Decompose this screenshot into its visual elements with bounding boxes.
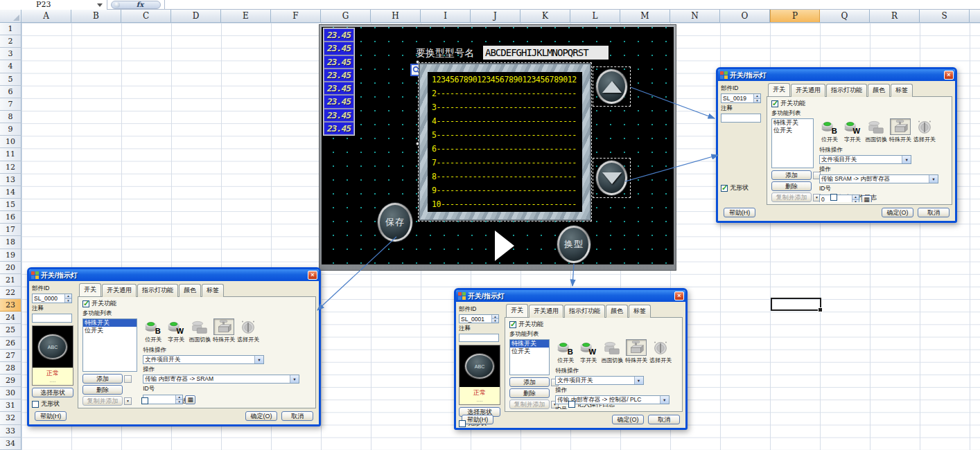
special-operation-select[interactable]: 文件项目开关 ▼ [555, 376, 643, 385]
cancel-button[interactable]: 取消 [918, 208, 950, 217]
tab-label[interactable]: 标签 [891, 84, 913, 97]
copy-add-dropdown-icon[interactable]: ▼ [124, 397, 132, 405]
dropdown-arrow-icon[interactable]: ▼ [902, 156, 911, 163]
part-id-spinner[interactable]: SL_0019 ▲▼ [721, 93, 761, 103]
cancel-button[interactable]: 取消 [281, 411, 313, 421]
add-button[interactable]: 添加 [771, 170, 812, 180]
device-browse-button[interactable]: ▦ [861, 195, 872, 203]
switch-function-checkbox[interactable] [82, 300, 89, 307]
screen-switch-icon[interactable]: 画面切换 [865, 118, 887, 143]
close-icon[interactable]: × [674, 291, 684, 300]
tab-color[interactable]: 颜色 [606, 305, 628, 318]
function-list-item-1[interactable]: 位开关 [772, 127, 813, 134]
operation-log-checkbox[interactable] [830, 194, 837, 201]
select-shape-button[interactable]: 选择形状 [32, 388, 73, 397]
copy-add-button[interactable]: 复制并添加 [82, 396, 123, 406]
spinner-arrows-icon[interactable]: ▲▼ [491, 315, 498, 323]
tab-label[interactable]: 标签 [202, 284, 224, 297]
operation-log-checkbox[interactable] [568, 401, 575, 408]
close-icon[interactable]: × [944, 71, 954, 80]
cancel-button[interactable]: 取消 [648, 415, 680, 424]
close-icon[interactable]: × [308, 271, 317, 280]
tab-switch-common[interactable]: 开关通用 [529, 305, 563, 318]
part-id-spinner[interactable]: SL_0000 ▲▼ [32, 294, 72, 303]
spinner-arrows-icon[interactable]: ▲▼ [175, 395, 182, 404]
help-button[interactable]: 帮助(H) [462, 415, 493, 424]
dialog-titlebar[interactable]: 开关/指示灯 × [718, 69, 955, 81]
copy-add-button[interactable]: 复制并添加 [509, 399, 550, 409]
delete-button[interactable]: 删除 [82, 385, 123, 395]
switch-function-checkbox[interactable] [771, 100, 778, 107]
tab-label[interactable]: 标签 [629, 305, 651, 318]
function-list[interactable]: 特殊开关 位开关 [771, 118, 814, 168]
dialog-titlebar[interactable]: 开关/指示灯 × [456, 290, 685, 302]
tab-indicator-function[interactable]: 指示灯功能 [564, 305, 605, 318]
special-switch-icon[interactable]: 特殊开关 [213, 318, 235, 343]
help-button[interactable]: 帮助(H) [35, 411, 67, 421]
no-shape-checkbox[interactable] [721, 185, 728, 192]
word-switch-icon[interactable]: W 字开关 [842, 118, 863, 143]
function-list-item-0[interactable]: 特殊开关 [772, 119, 813, 127]
add-button[interactable]: 添加 [82, 374, 123, 384]
no-shape-checkbox[interactable] [32, 401, 39, 408]
device-browse-button[interactable]: ▦ [185, 395, 195, 404]
function-list-item-0[interactable]: 特殊开关 [83, 319, 137, 327]
dropdown-arrow-icon[interactable]: ▼ [660, 396, 669, 404]
dropdown-arrow-icon[interactable]: ▼ [254, 356, 263, 363]
tab-switch-common[interactable]: 开关通用 [791, 84, 825, 97]
id-number-spinner[interactable]: 0 ▲▼ [143, 395, 183, 404]
ok-button[interactable]: 确定(O) [882, 208, 913, 217]
add-button[interactable]: 添加 [509, 377, 550, 387]
tab-switch-common[interactable]: 开关通用 [102, 284, 137, 297]
copy-add-button[interactable]: 复制并添加 [771, 192, 812, 202]
function-list-item-1[interactable]: 位开关 [83, 327, 137, 334]
tab-indicator-function[interactable]: 指示灯功能 [826, 84, 867, 97]
switch-function-checkbox[interactable] [509, 321, 516, 328]
part-id-spinner[interactable]: SL_0001 ▲▼ [459, 314, 499, 323]
comment-input[interactable] [32, 314, 72, 323]
delete-button[interactable]: 删除 [771, 181, 812, 191]
special-switch-icon[interactable]: 特殊开关 [625, 339, 647, 364]
screen-switch-icon[interactable]: 画面切换 [189, 318, 211, 343]
spinner-arrows-icon[interactable]: ▲▼ [64, 294, 71, 303]
dropdown-arrow-icon[interactable]: ▼ [929, 175, 938, 183]
function-list-item-0[interactable]: 特殊开关 [510, 340, 549, 348]
word-switch-icon[interactable]: W 字开关 [578, 339, 599, 364]
word-switch-icon[interactable]: W 字开关 [166, 318, 186, 343]
comment-input[interactable] [459, 334, 499, 342]
comment-input[interactable] [721, 114, 761, 123]
dropdown-arrow-icon[interactable]: ▼ [634, 377, 643, 384]
tab-switch[interactable]: 开关 [79, 283, 101, 296]
bit-switch-icon[interactable]: B 位开关 [819, 118, 840, 143]
function-list[interactable]: 特殊开关 位开关 [82, 318, 137, 372]
tab-indicator-function[interactable]: 指示灯功能 [137, 284, 178, 297]
function-list[interactable]: 特殊开关 位开关 [509, 339, 550, 375]
operation-select[interactable]: 传输 SRAM -> 内部寄存器 ▼ [819, 174, 938, 183]
function-list-item-1[interactable]: 位开关 [510, 348, 549, 355]
selector-switch-icon[interactable]: 选择开关 [237, 318, 259, 343]
tab-color[interactable]: 颜色 [179, 284, 201, 297]
spinner-arrows-icon[interactable]: ▲▼ [852, 195, 859, 202]
operation-select[interactable]: 传输 内部寄存器 -> SRAM ▼ [143, 375, 299, 384]
help-button[interactable]: 帮助(H) [724, 208, 755, 217]
move-up-button[interactable] [124, 375, 132, 383]
screen-switch-icon[interactable]: 画面切换 [601, 339, 623, 364]
delete-button[interactable]: 删除 [509, 388, 550, 398]
special-switch-icon[interactable]: 特殊开关 [889, 118, 911, 143]
tab-color[interactable]: 颜色 [868, 84, 890, 97]
bit-switch-icon[interactable]: B 位开关 [143, 318, 164, 343]
dialog-titlebar[interactable]: 开关/指示灯 × [29, 269, 319, 281]
spinner-arrows-icon[interactable]: ▲▼ [753, 94, 760, 102]
operation-log-checkbox[interactable] [141, 397, 148, 404]
tab-switch[interactable]: 开关 [506, 304, 528, 317]
special-operation-select[interactable]: 文件项目开关 ▼ [143, 355, 264, 364]
dropdown-arrow-icon[interactable]: ▼ [290, 375, 299, 383]
selector-switch-icon[interactable]: 选择开关 [649, 339, 672, 364]
tab-switch[interactable]: 开关 [768, 83, 790, 96]
id-number-spinner[interactable]: 0 ▲▼ [819, 195, 859, 202]
ok-button[interactable]: 确定(O) [245, 411, 277, 421]
bit-switch-icon[interactable]: B 位开关 [555, 339, 576, 364]
selector-switch-icon[interactable]: 选择开关 [913, 118, 936, 143]
special-operation-select[interactable]: 文件项目开关 ▼ [819, 155, 911, 164]
ok-button[interactable]: 确定(O) [612, 415, 644, 424]
